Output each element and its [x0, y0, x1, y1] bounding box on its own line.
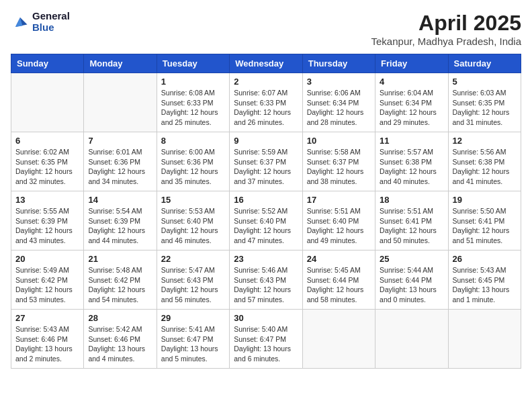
- day-info: Sunrise: 6:02 AMSunset: 6:35 PMDaylight:…: [15, 147, 79, 187]
- day-info: Sunrise: 5:56 AMSunset: 6:38 PMDaylight:…: [453, 147, 517, 187]
- day-info: Sunrise: 6:06 AMSunset: 6:34 PMDaylight:…: [307, 88, 371, 128]
- calendar-cell: 23Sunrise: 5:46 AMSunset: 6:43 PMDayligh…: [230, 250, 302, 310]
- day-number: 15: [161, 195, 225, 205]
- day-number: 12: [453, 136, 517, 146]
- calendar-cell: 18Sunrise: 5:51 AMSunset: 6:41 PMDayligh…: [375, 191, 448, 250]
- calendar-cell: 3Sunrise: 6:06 AMSunset: 6:34 PMDaylight…: [302, 73, 375, 132]
- day-info: Sunrise: 6:04 AMSunset: 6:34 PMDaylight:…: [380, 88, 443, 128]
- day-number: 10: [307, 136, 371, 146]
- day-info: Sunrise: 5:43 AMSunset: 6:45 PMDaylight:…: [453, 265, 517, 305]
- calendar-cell: [84, 73, 157, 132]
- calendar-cell: 22Sunrise: 5:47 AMSunset: 6:43 PMDayligh…: [157, 250, 229, 310]
- calendar-cell: 8Sunrise: 6:00 AMSunset: 6:36 PMDaylight…: [157, 132, 229, 191]
- calendar-cell: 1Sunrise: 6:08 AMSunset: 6:33 PMDaylight…: [157, 73, 229, 132]
- calendar-cell: [448, 310, 521, 369]
- calendar-cell: 5Sunrise: 6:03 AMSunset: 6:35 PMDaylight…: [448, 73, 521, 132]
- day-info: Sunrise: 6:01 AMSunset: 6:36 PMDaylight:…: [88, 147, 152, 187]
- day-number: 4: [380, 77, 443, 87]
- day-number: 9: [234, 136, 298, 146]
- calendar-cell: 15Sunrise: 5:53 AMSunset: 6:40 PMDayligh…: [157, 191, 229, 250]
- calendar-cell: 21Sunrise: 5:48 AMSunset: 6:42 PMDayligh…: [84, 250, 157, 310]
- day-number: 14: [88, 195, 152, 205]
- calendar-cell: 12Sunrise: 5:56 AMSunset: 6:38 PMDayligh…: [448, 132, 521, 191]
- day-info: Sunrise: 5:49 AMSunset: 6:42 PMDaylight:…: [15, 265, 79, 305]
- weekday-header: Sunday: [11, 54, 84, 73]
- calendar-week-row: 20Sunrise: 5:49 AMSunset: 6:42 PMDayligh…: [11, 250, 521, 310]
- calendar-cell: 20Sunrise: 5:49 AMSunset: 6:42 PMDayligh…: [11, 250, 84, 310]
- calendar-cell: 13Sunrise: 5:55 AMSunset: 6:39 PMDayligh…: [11, 191, 84, 250]
- calendar-cell: 17Sunrise: 5:51 AMSunset: 6:40 PMDayligh…: [302, 191, 375, 250]
- weekday-header: Monday: [84, 54, 157, 73]
- calendar: SundayMondayTuesdayWednesdayThursdayFrid…: [11, 54, 521, 369]
- calendar-week-row: 6Sunrise: 6:02 AMSunset: 6:35 PMDaylight…: [11, 132, 521, 191]
- weekday-header: Friday: [375, 54, 448, 73]
- calendar-cell: 4Sunrise: 6:04 AMSunset: 6:34 PMDaylight…: [375, 73, 448, 132]
- calendar-cell: 14Sunrise: 5:54 AMSunset: 6:39 PMDayligh…: [84, 191, 157, 250]
- day-number: 7: [88, 136, 152, 146]
- calendar-cell: 11Sunrise: 5:57 AMSunset: 6:38 PMDayligh…: [375, 132, 448, 191]
- calendar-cell: 27Sunrise: 5:43 AMSunset: 6:46 PMDayligh…: [11, 310, 84, 369]
- calendar-cell: 6Sunrise: 6:02 AMSunset: 6:35 PMDaylight…: [11, 132, 84, 191]
- day-number: 24: [307, 254, 371, 264]
- day-info: Sunrise: 6:00 AMSunset: 6:36 PMDaylight:…: [161, 147, 225, 187]
- day-number: 18: [380, 195, 443, 205]
- day-info: Sunrise: 5:41 AMSunset: 6:47 PMDaylight:…: [161, 324, 225, 364]
- weekday-header: Wednesday: [230, 54, 302, 73]
- day-number: 5: [453, 77, 517, 87]
- day-info: Sunrise: 5:45 AMSunset: 6:44 PMDaylight:…: [307, 265, 371, 305]
- logo-text: General Blue: [32, 11, 70, 33]
- day-number: 16: [234, 195, 298, 205]
- day-info: Sunrise: 5:44 AMSunset: 6:44 PMDaylight:…: [380, 265, 443, 305]
- calendar-cell: 2Sunrise: 6:07 AMSunset: 6:33 PMDaylight…: [230, 73, 302, 132]
- day-info: Sunrise: 5:50 AMSunset: 6:41 PMDaylight:…: [453, 206, 517, 246]
- day-number: 6: [15, 136, 79, 146]
- day-info: Sunrise: 5:57 AMSunset: 6:38 PMDaylight:…: [380, 147, 443, 187]
- calendar-cell: 7Sunrise: 6:01 AMSunset: 6:36 PMDaylight…: [84, 132, 157, 191]
- day-info: Sunrise: 5:58 AMSunset: 6:37 PMDaylight:…: [307, 147, 371, 187]
- day-info: Sunrise: 6:08 AMSunset: 6:33 PMDaylight:…: [161, 88, 225, 128]
- calendar-cell: 24Sunrise: 5:45 AMSunset: 6:44 PMDayligh…: [302, 250, 375, 310]
- day-number: 25: [380, 254, 443, 264]
- day-number: 20: [15, 254, 79, 264]
- day-info: Sunrise: 6:03 AMSunset: 6:35 PMDaylight:…: [453, 88, 517, 128]
- day-number: 30: [234, 313, 298, 323]
- day-info: Sunrise: 5:42 AMSunset: 6:46 PMDaylight:…: [88, 324, 152, 364]
- calendar-cell: 10Sunrise: 5:58 AMSunset: 6:37 PMDayligh…: [302, 132, 375, 191]
- weekday-header: Thursday: [302, 54, 375, 73]
- calendar-cell: [375, 310, 448, 369]
- day-number: 21: [88, 254, 152, 264]
- page-header: General Blue April 2025 Tekanpur, Madhya…: [11, 11, 521, 47]
- day-number: 13: [15, 195, 79, 205]
- day-number: 29: [161, 313, 225, 323]
- day-number: 3: [307, 77, 371, 87]
- calendar-week-row: 13Sunrise: 5:55 AMSunset: 6:39 PMDayligh…: [11, 191, 521, 250]
- calendar-week-row: 27Sunrise: 5:43 AMSunset: 6:46 PMDayligh…: [11, 310, 521, 369]
- logo-icon: [11, 13, 30, 32]
- logo-blue: Blue: [32, 22, 70, 34]
- calendar-cell: 16Sunrise: 5:52 AMSunset: 6:40 PMDayligh…: [230, 191, 302, 250]
- day-number: 2: [234, 77, 298, 87]
- logo: General Blue: [11, 11, 70, 33]
- day-info: Sunrise: 5:48 AMSunset: 6:42 PMDaylight:…: [88, 265, 152, 305]
- day-number: 8: [161, 136, 225, 146]
- calendar-cell: 26Sunrise: 5:43 AMSunset: 6:45 PMDayligh…: [448, 250, 521, 310]
- day-info: Sunrise: 5:51 AMSunset: 6:41 PMDaylight:…: [380, 206, 443, 246]
- day-info: Sunrise: 5:47 AMSunset: 6:43 PMDaylight:…: [161, 265, 225, 305]
- day-number: 19: [453, 195, 517, 205]
- calendar-cell: [11, 73, 84, 132]
- day-info: Sunrise: 6:07 AMSunset: 6:33 PMDaylight:…: [234, 88, 298, 128]
- day-number: 28: [88, 313, 152, 323]
- day-number: 11: [380, 136, 443, 146]
- weekday-header: Saturday: [448, 54, 521, 73]
- day-info: Sunrise: 5:54 AMSunset: 6:39 PMDaylight:…: [88, 206, 152, 246]
- day-info: Sunrise: 5:53 AMSunset: 6:40 PMDaylight:…: [161, 206, 225, 246]
- calendar-cell: 29Sunrise: 5:41 AMSunset: 6:47 PMDayligh…: [157, 310, 229, 369]
- calendar-cell: 30Sunrise: 5:40 AMSunset: 6:47 PMDayligh…: [230, 310, 302, 369]
- day-info: Sunrise: 5:40 AMSunset: 6:47 PMDaylight:…: [234, 324, 298, 364]
- day-info: Sunrise: 5:52 AMSunset: 6:40 PMDaylight:…: [234, 206, 298, 246]
- day-info: Sunrise: 5:46 AMSunset: 6:43 PMDaylight:…: [234, 265, 298, 305]
- day-number: 1: [161, 77, 225, 87]
- calendar-cell: [302, 310, 375, 369]
- weekday-header-row: SundayMondayTuesdayWednesdayThursdayFrid…: [11, 54, 521, 73]
- day-number: 22: [161, 254, 225, 264]
